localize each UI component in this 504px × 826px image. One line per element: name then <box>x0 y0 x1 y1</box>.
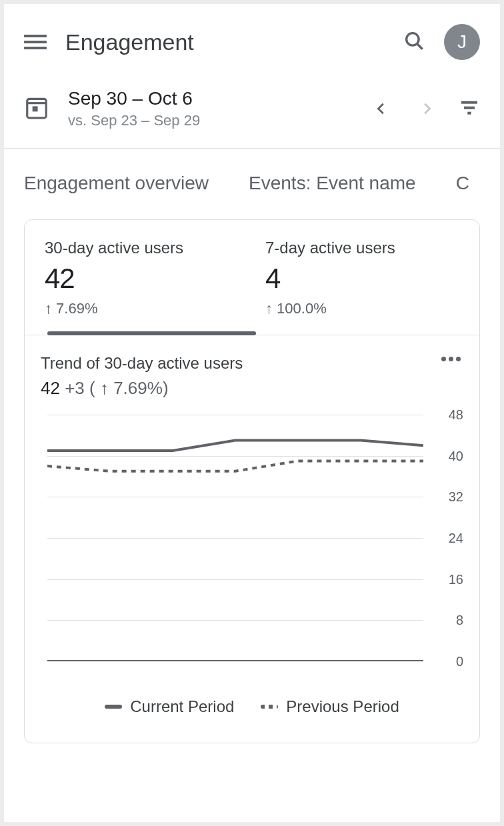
tab-engagement-overview[interactable]: Engagement overview <box>24 173 209 210</box>
calendar-icon[interactable] <box>24 95 49 123</box>
tab-partial[interactable]: C <box>456 173 469 210</box>
legend-current: Current Period <box>105 697 234 716</box>
metric-30day[interactable]: 30-day active users 42 ↑ 7.69% <box>31 239 252 335</box>
metric-30day-delta: ↑ 7.69% <box>45 300 239 317</box>
date-range-picker[interactable]: Sep 30 – Oct 6 vs. Sep 23 – Sep 29 <box>68 88 349 129</box>
next-period-button <box>413 95 440 122</box>
legend-previous: Previous Period <box>261 697 399 716</box>
metric-7day[interactable]: 7-day active users 4 ↑ 100.0% <box>252 239 473 335</box>
metric-7day-delta: ↑ 100.0% <box>265 300 459 317</box>
svg-point-0 <box>407 33 419 45</box>
svg-rect-3 <box>33 106 38 111</box>
filter-icon[interactable] <box>459 97 480 121</box>
chart-plot: 081624324048 <box>41 415 463 661</box>
menu-button[interactable] <box>24 31 47 53</box>
date-range-compare: vs. Sep 23 – Sep 29 <box>68 112 349 129</box>
legend-swatch-dashed <box>261 705 278 709</box>
prev-period-button[interactable] <box>368 95 395 122</box>
metric-7day-value: 4 <box>265 263 459 295</box>
avatar[interactable]: J <box>444 24 480 60</box>
chart-subtitle: 42 +3 ( ↑ 7.69%) <box>41 378 243 399</box>
chart-title: Trend of 30-day active users <box>41 354 243 373</box>
chart-legend: Current Period Previous Period <box>41 697 463 716</box>
x-axis-labels: Oct 135 <box>47 668 423 685</box>
tab-events[interactable]: Events: Event name <box>249 173 416 210</box>
metric-30day-label: 30-day active users <box>45 239 239 257</box>
engagement-card: 30-day active users 42 ↑ 7.69% 7-day act… <box>24 219 480 743</box>
svg-rect-5 <box>461 101 477 104</box>
more-icon[interactable] <box>439 354 463 364</box>
metric-7day-label: 7-day active users <box>265 239 459 257</box>
svg-rect-6 <box>464 107 475 109</box>
search-icon[interactable] <box>403 29 425 55</box>
tabs: Engagement overview Events: Event name C <box>4 149 500 210</box>
svg-line-1 <box>417 44 423 49</box>
date-range-primary: Sep 30 – Oct 6 <box>68 88 349 109</box>
svg-rect-7 <box>467 112 471 115</box>
metric-30day-value: 42 <box>45 263 239 295</box>
legend-swatch-solid <box>105 705 122 709</box>
avatar-initial: J <box>457 31 467 53</box>
page-title: Engagement <box>65 29 384 55</box>
